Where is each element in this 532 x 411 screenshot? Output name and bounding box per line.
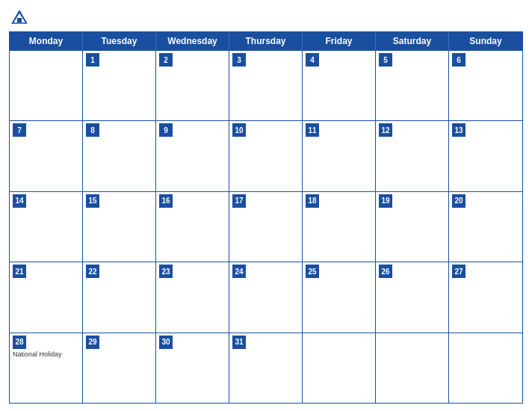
day-number: 28 [13, 336, 26, 349]
calendar-cell: 1 [83, 51, 156, 120]
calendar-cell: 25 [303, 262, 376, 332]
day-number: 18 [306, 194, 319, 208]
logo [9, 7, 33, 28]
day-number: 16 [159, 194, 173, 208]
calendar-row-1: 78910111213 [10, 120, 522, 191]
calendar-cell: 15 [83, 192, 156, 262]
calendar-cell: 19 [376, 192, 449, 262]
calendar-cell: 6 [449, 51, 522, 120]
calendar-cell: 17 [229, 192, 303, 262]
calendar-cell: 16 [156, 192, 229, 262]
day-number: 7 [13, 123, 26, 137]
calendar-cell: 8 [83, 121, 156, 191]
calendar-row-0: 123456 [10, 50, 522, 120]
day-number: 12 [379, 123, 392, 137]
day-number: 5 [379, 53, 392, 67]
calendar-cell: 12 [376, 121, 449, 191]
day-number: 1 [86, 53, 99, 67]
calendar-cell: 23 [156, 262, 229, 332]
calendar-cell: 29 [83, 333, 156, 403]
calendar-cell: 5 [376, 51, 449, 120]
day-number: 14 [13, 194, 26, 208]
day-number: 25 [306, 265, 319, 278]
page: MondayTuesdayWednesdayThursdayFridaySatu… [0, 0, 532, 411]
calendar-cell: 30 [156, 333, 229, 403]
day-number: 4 [306, 53, 319, 67]
calendar-row-4: 28National Holiday293031 [10, 333, 522, 403]
day-number: 24 [232, 265, 246, 278]
calendar-cell [449, 333, 522, 403]
calendar-cell: 22 [83, 262, 156, 332]
day-number: 22 [86, 265, 99, 278]
calendar-cell: 21 [10, 262, 83, 332]
calendar-body: 1234567891011121314151617181920212223242… [10, 50, 522, 403]
day-number: 10 [232, 123, 246, 137]
calendar-cell: 2 [156, 51, 229, 120]
weekday-header-tuesday: Tuesday [83, 32, 156, 50]
calendar-cell [10, 51, 83, 120]
day-number: 9 [159, 123, 173, 137]
day-number: 17 [232, 194, 246, 208]
calendar-row-3: 21222324252627 [10, 262, 522, 332]
calendar-cell: 10 [229, 121, 303, 191]
day-number: 23 [159, 265, 173, 278]
calendar-cell: 24 [229, 262, 303, 332]
calendar-cell: 3 [229, 51, 303, 120]
calendar-cell: 7 [10, 121, 83, 191]
calendar-cell: 31 [229, 333, 303, 403]
calendar-cell: 14 [10, 192, 83, 262]
day-number: 20 [452, 194, 466, 208]
calendar-cell: 26 [376, 262, 449, 332]
svg-rect-3 [17, 18, 22, 22]
day-number: 6 [452, 53, 466, 67]
calendar-cell [376, 333, 449, 403]
weekday-header-wednesday: Wednesday [156, 32, 229, 50]
calendar-cell: 27 [449, 262, 522, 332]
calendar-cell: 18 [303, 192, 376, 262]
day-number: 29 [86, 336, 99, 349]
weekday-header-saturday: Saturday [376, 32, 449, 50]
day-number: 13 [452, 123, 466, 137]
day-number: 27 [452, 265, 466, 278]
day-number: 19 [379, 194, 392, 208]
day-number: 11 [306, 123, 319, 137]
calendar-cell: 28National Holiday [10, 333, 83, 403]
logo-icon [9, 7, 30, 28]
calendar-cell: 11 [303, 121, 376, 191]
day-event: National Holiday [13, 350, 79, 358]
calendar-cell [303, 333, 376, 403]
day-number: 21 [13, 265, 26, 278]
calendar-cell: 13 [449, 121, 522, 191]
day-number: 26 [379, 265, 392, 278]
day-number: 30 [159, 336, 173, 349]
day-number: 2 [159, 53, 173, 67]
calendar-row-2: 14151617181920 [10, 191, 522, 262]
day-number: 31 [232, 336, 246, 349]
weekday-header-friday: Friday [303, 32, 376, 50]
calendar-cell: 20 [449, 192, 522, 262]
weekday-header-sunday: Sunday [449, 32, 522, 50]
day-number: 8 [86, 123, 99, 137]
day-number: 15 [86, 194, 99, 208]
calendar-cell: 4 [303, 51, 376, 120]
calendar: MondayTuesdayWednesdayThursdayFridaySatu… [9, 31, 523, 404]
calendar-cell: 9 [156, 121, 229, 191]
weekday-header-thursday: Thursday [229, 32, 303, 50]
day-number: 3 [232, 53, 246, 67]
weekday-header-monday: Monday [10, 32, 83, 50]
header [9, 7, 523, 28]
calendar-header-row: MondayTuesdayWednesdayThursdayFridaySatu… [10, 32, 522, 50]
